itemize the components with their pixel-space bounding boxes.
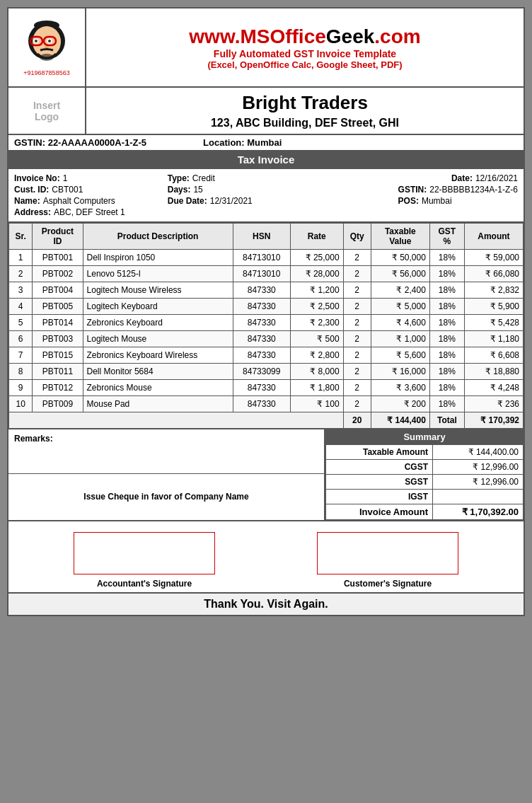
logo-area: +919687858563	[8, 8, 86, 86]
cell-rate: ₹ 1,800	[290, 380, 343, 396]
col-gst: GST%	[429, 224, 464, 250]
remarks-label: Remarks:	[14, 434, 53, 444]
table-row: 8 PBT011 Dell Monitor 5684 84733099 ₹ 8,…	[9, 364, 524, 380]
site-url-red: www.MSOffice	[189, 25, 325, 47]
cell-gst: 18%	[429, 315, 464, 331]
cell-amount: ₹ 5,900	[464, 299, 523, 315]
totals-amount: ₹ 170,392	[464, 412, 523, 429]
summary-sgst-row: SGST ₹ 12,996.00	[326, 475, 524, 490]
cell-taxable: ₹ 200	[371, 396, 429, 412]
table-row: 3 PBT004 Logitech Mouse Wireless 847330 …	[9, 282, 524, 299]
tax-invoice-label: Tax Invoice	[8, 151, 524, 169]
customer-signature-label: Customer's Signature	[344, 579, 432, 589]
svg-point-11	[40, 54, 54, 61]
summary-taxable-label: Taxable Amount	[326, 445, 433, 460]
svg-point-9	[48, 40, 51, 42]
cell-hsn: 847330	[233, 347, 290, 364]
pos-value: Mumbai	[422, 196, 452, 206]
cell-desc: Logitech Keyboard	[83, 299, 233, 315]
cell-desc: Logitech Mouse	[83, 331, 233, 347]
cell-qty: 2	[343, 396, 371, 412]
cell-gst: 18%	[429, 347, 464, 364]
type-value: Credit	[192, 173, 215, 183]
cell-taxable: ₹ 50,000	[371, 250, 429, 266]
cell-sr: 3	[9, 282, 33, 299]
name-row: Name: Asphalt Computers	[14, 196, 125, 206]
summary-taxable-val: ₹ 144,400.00	[432, 445, 523, 460]
table-row: 1 PBT001 Dell Inspiron 1050 84713010 ₹ 2…	[9, 250, 524, 266]
table-row: 5 PBT014 Zebronics Keyboard 847330 ₹ 2,3…	[9, 315, 524, 331]
cell-taxable: ₹ 3,600	[371, 380, 429, 396]
site-url: www.MSOfficeGeek.com	[189, 25, 420, 48]
type-row: Type: Credit	[168, 173, 253, 183]
cell-hsn: 84713010	[233, 266, 290, 282]
company-name: Bright Traders	[242, 92, 368, 114]
cell-sr: 6	[9, 331, 33, 347]
cell-rate: ₹ 2,500	[290, 299, 343, 315]
table-row: 7 PBT015 Zebronics Keyboard Wireless 847…	[9, 347, 524, 364]
customer-signature-wrap: Customer's Signature	[317, 532, 458, 589]
cell-gst: 18%	[429, 364, 464, 380]
cell-amount: ₹ 66,080	[464, 266, 523, 282]
subtitle-line1: Fully Automated GST Invoice Template	[214, 48, 396, 59]
cell-taxable: ₹ 2,400	[371, 282, 429, 299]
accountant-signature-label: Accountant's Signature	[97, 579, 192, 589]
cell-gst: 18%	[429, 380, 464, 396]
address-label: Address:	[14, 207, 51, 217]
summary-igst-val	[432, 490, 523, 504]
cell-rate: ₹ 2,800	[290, 347, 343, 364]
cell-amount: ₹ 1,180	[464, 331, 523, 347]
cell-desc: Zebronics Keyboard Wireless	[83, 347, 233, 364]
cell-pid: PBT004	[33, 282, 83, 299]
totals-empty	[9, 412, 344, 429]
cell-rate: ₹ 2,300	[290, 315, 343, 331]
cell-qty: 2	[343, 282, 371, 299]
summary-table: Taxable Amount ₹ 144,400.00 CGST ₹ 12,99…	[325, 444, 524, 520]
invoice-no-row: Invoice No: 1	[14, 173, 125, 183]
days-label: Days:	[168, 185, 191, 195]
cell-desc: Zebronics Keyboard	[83, 315, 233, 331]
cell-hsn: 847330	[233, 396, 290, 412]
summary-igst-label: IGST	[326, 490, 433, 504]
cheque-text: Issue Cheque in favor of Company Name	[83, 492, 248, 502]
summary-invoice-amount-row: Invoice Amount ₹ 1,70,392.00	[326, 504, 524, 520]
cell-gst: 18%	[429, 299, 464, 315]
col-desc: Product Description	[83, 224, 233, 250]
cell-amount: ₹ 236	[464, 396, 523, 412]
cell-desc: Dell Monitor 5684	[83, 364, 233, 380]
thankyou-bar: Thank You. Visit Again.	[8, 592, 524, 615]
totals-gst-label: Total	[429, 412, 464, 429]
svg-point-8	[35, 40, 37, 42]
header-section: +919687858563 www.MSOfficeGeek.com Fully…	[8, 8, 524, 88]
cell-pid: PBT001	[33, 250, 83, 266]
phone-number: +919687858563	[23, 69, 69, 76]
cell-hsn: 847330	[233, 299, 290, 315]
cell-desc: Mouse Pad	[83, 396, 233, 412]
cell-qty: 2	[343, 331, 371, 347]
brand-logo-icon	[22, 18, 71, 68]
accountant-signature-wrap: Accountant's Signature	[74, 532, 215, 589]
cell-desc: Lenovo 5125-l	[83, 266, 233, 282]
cell-qty: 2	[343, 364, 371, 380]
invoice-wrapper: +919687858563 www.MSOfficeGeek.com Fully…	[7, 7, 525, 616]
summary-cgst-row: CGST ₹ 12,996.00	[326, 460, 524, 475]
cell-taxable: ₹ 1,000	[371, 331, 429, 347]
table-row: 2 PBT002 Lenovo 5125-l 84713010 ₹ 28,000…	[9, 266, 524, 282]
cell-sr: 4	[9, 299, 33, 315]
cell-gst: 18%	[429, 266, 464, 282]
signature-section: Accountant's Signature Customer's Signat…	[8, 520, 524, 592]
cell-taxable: ₹ 5,000	[371, 299, 429, 315]
due-date-value: 12/31/2021	[210, 196, 253, 206]
cell-qty: 2	[343, 315, 371, 331]
cell-taxable: ₹ 16,000	[371, 364, 429, 380]
table-row: 9 PBT012 Zebronics Mouse 847330 ₹ 1,800 …	[9, 380, 524, 396]
cell-pid: PBT011	[33, 364, 83, 380]
cust-id-value: CBT001	[52, 185, 83, 195]
cell-gst: 18%	[429, 282, 464, 299]
cell-sr: 2	[9, 266, 33, 282]
cell-pid: PBT014	[33, 315, 83, 331]
address-row: Address: ABC, DEF Street 1	[14, 207, 125, 217]
cell-taxable: ₹ 4,600	[371, 315, 429, 331]
col-taxable: TaxableValue	[371, 224, 429, 250]
invoice-details: Invoice No: 1 Cust. ID: CBT001 Name: Asp…	[8, 169, 524, 223]
